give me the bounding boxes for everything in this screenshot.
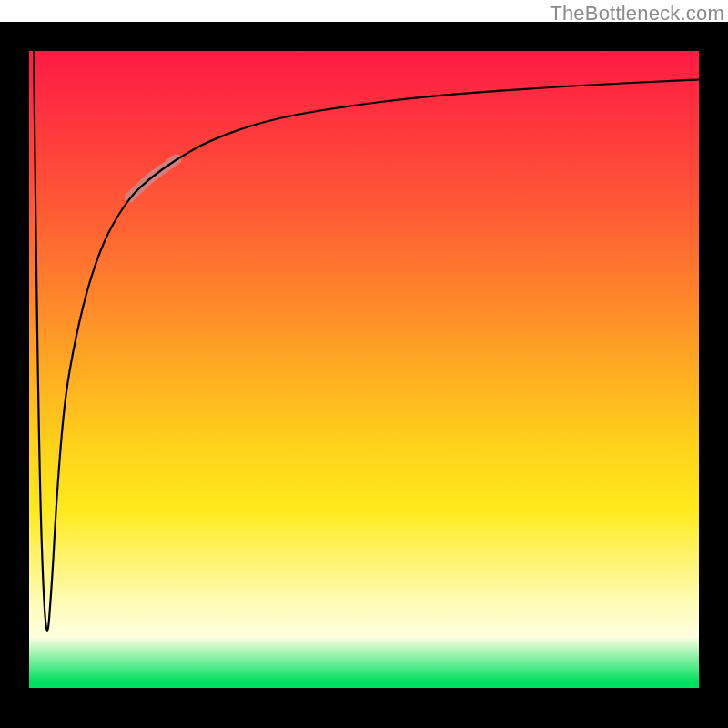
- chart-plot-area: [29, 51, 699, 688]
- bottleneck-curve: [34, 51, 699, 631]
- chart-svg: [29, 51, 699, 688]
